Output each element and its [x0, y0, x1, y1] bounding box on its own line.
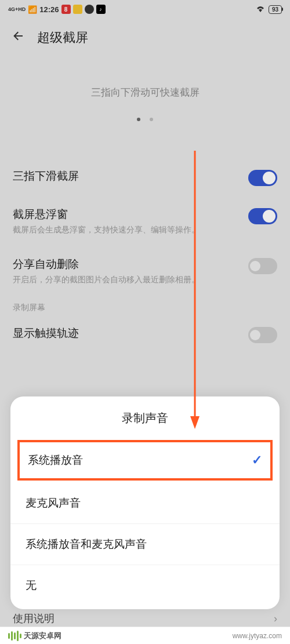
tiktok-icon: ♪ [96, 5, 106, 14]
setting-touch-trace[interactable]: 显示触摸轨迹 [13, 315, 277, 354]
setting-title: 截屏悬浮窗 [13, 207, 213, 222]
page-header: 超级截屏 [0, 19, 290, 57]
toggle-switch[interactable] [248, 208, 277, 224]
option-both-audio[interactable]: 系统播放音和麦克风声音 [10, 524, 280, 565]
setting-float-window[interactable]: 截屏悬浮窗 截屏后会生成悬浮窗，支持快速分享、编辑等操作。 [13, 197, 277, 246]
setting-desc: 截屏后会生成悬浮窗，支持快速分享、编辑等操作。 [13, 224, 213, 236]
dot-inactive [150, 118, 153, 121]
setting-title: 三指下滑截屏 [13, 169, 213, 184]
wifi-icon [256, 5, 265, 14]
setting-title: 显示触摸轨迹 [13, 326, 213, 341]
chevron-right-icon: › [274, 613, 277, 625]
option-label: 系统播放音和麦克风声音 [26, 537, 147, 552]
section-label: 录制屏幕 [13, 296, 277, 315]
battery-indicator: 93 [269, 5, 282, 14]
modal-title: 录制声音 [10, 410, 280, 426]
app-icon-2 [73, 5, 82, 14]
option-none[interactable]: 无 [10, 565, 280, 609]
option-label: 系统播放音 [28, 453, 83, 468]
status-bar: 4G+HD 📶 12:26 8 ♪ 93 [0, 0, 290, 19]
option-label: 无 [26, 578, 37, 593]
app-icon-3 [85, 5, 94, 14]
setting-auto-delete[interactable]: 分享自动删除 开启后，分享的截图图片会自动移入最近删除相册。 [13, 246, 277, 296]
signal-icon: 📶 [28, 5, 37, 14]
option-system-audio[interactable]: 系统播放音 ✓ [17, 440, 273, 481]
dot-active [137, 118, 140, 121]
checkmark-icon: ✓ [252, 453, 262, 468]
usage-instructions[interactable]: 使用说明 › [13, 612, 277, 625]
option-microphone[interactable]: 麦克风声音 [10, 483, 280, 524]
clock: 12:26 [39, 5, 59, 14]
preview-hint: 三指向下滑动可快速截屏 [0, 86, 290, 99]
toggle-switch[interactable] [248, 258, 277, 274]
preview-area: 三指向下滑动可快速截屏 [0, 57, 290, 135]
toggle-switch[interactable] [248, 170, 277, 186]
brand-name: 天源安卓网 [24, 631, 61, 641]
toggle-switch[interactable] [248, 327, 277, 343]
audio-recording-modal: 录制声音 系统播放音 ✓ 麦克风声音 系统播放音和麦克风声音 无 [10, 396, 280, 609]
page-title: 超级截屏 [37, 29, 88, 46]
setting-title: 分享自动删除 [13, 257, 213, 272]
setting-three-finger[interactable]: 三指下滑截屏 [13, 158, 277, 197]
watermark-footer: 天源安卓网 www.jytyaz.com [0, 627, 290, 644]
option-label: 麦克风声音 [26, 496, 81, 511]
brand-logo: 天源安卓网 [8, 631, 61, 641]
brand-url: www.jytyaz.com [233, 632, 282, 640]
setting-desc: 开启后，分享的截图图片会自动移入最近删除相册。 [13, 274, 213, 286]
back-button[interactable] [12, 29, 26, 46]
app-icon-1: 8 [61, 5, 71, 14]
network-indicator: 4G+HD [8, 7, 26, 12]
page-indicator [0, 113, 290, 123]
usage-label: 使用说明 [13, 612, 55, 625]
